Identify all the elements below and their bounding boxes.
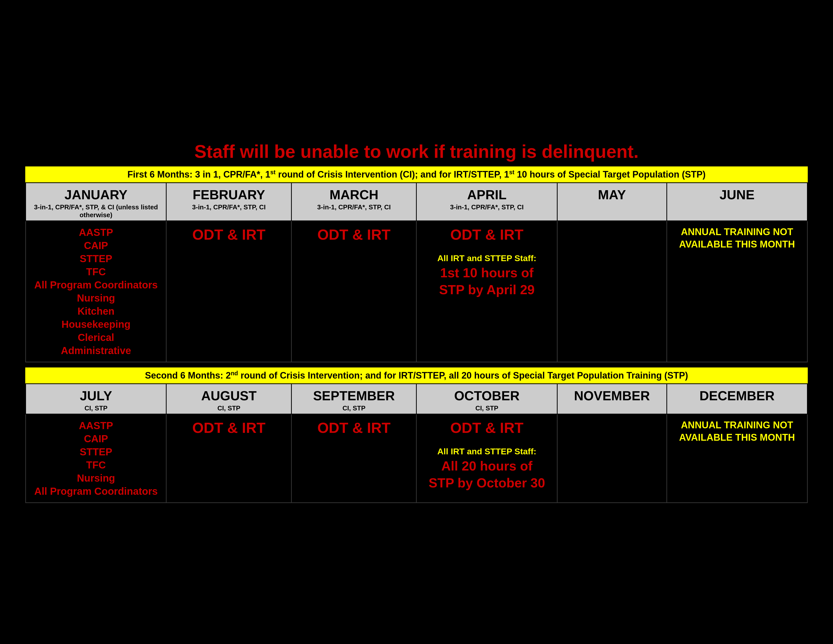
jan-clerical: Clerical — [29, 331, 163, 344]
april-cell: ODT & IRT All IRT and STTEP Staff: 1st 1… — [416, 221, 557, 362]
mar-training: ODT & IRT — [294, 226, 414, 243]
july-sub: CI, STP — [29, 404, 163, 412]
november-cell — [557, 414, 667, 502]
september-label: SEPTEMBER — [313, 388, 395, 403]
may-label: MAY — [598, 187, 626, 202]
august-sub: CI, STP — [169, 404, 288, 412]
apr-training: ODT & IRT — [419, 226, 554, 243]
october-label: OCTOBER — [454, 388, 519, 403]
col-february: FEBRUARY 3-in-1, CPR/FA*, STP, CI — [166, 183, 291, 221]
jan-coordinators: All Program Coordinators — [29, 278, 163, 291]
second-half-banner-wrapper: Second 6 Months: 2nd round of Crisis Int… — [25, 367, 808, 503]
col-september: SEPTEMBER CI, STP — [291, 384, 416, 414]
jan-administrative: Administrative — [29, 344, 163, 357]
february-cell: ODT & IRT — [166, 221, 291, 362]
col-december: DECEMBER — [667, 384, 807, 414]
july-label: JULY — [80, 388, 112, 403]
jul-tfc: TFC — [29, 458, 163, 472]
may-cell — [557, 221, 667, 362]
march-sub: 3-in-1, CPR/FA*, STP, CI — [294, 203, 414, 211]
jul-nursing: Nursing — [29, 472, 163, 485]
oct-note-line3: STP by October 30 — [419, 475, 554, 492]
jul-aastp: AASTP — [29, 419, 163, 432]
september-sub: CI, STP — [294, 404, 414, 412]
january-sub: 3-in-1, CPR/FA*, STP, & CI (unless liste… — [29, 203, 163, 219]
dec-annual-msg: ANNUAL TRAINING NOT AVAILABLE THIS MONTH — [670, 419, 804, 444]
second-half-banner: Second 6 Months: 2nd round of Crisis Int… — [25, 367, 808, 383]
jul-coordinators: All Program Coordinators — [29, 485, 163, 498]
june-cell: ANNUAL TRAINING NOT AVAILABLE THIS MONTH — [667, 221, 807, 362]
jan-housekeeping: Housekeeping — [29, 318, 163, 331]
first-half-table: JANUARY 3-in-1, CPR/FA*, STP, & CI (unle… — [25, 182, 808, 362]
january-cell: AASTP CAIP STTEP TFC All Program Coordin… — [26, 221, 166, 362]
september-cell: ODT & IRT — [291, 414, 416, 502]
second-half-table: JULY CI, STP AUGUST CI, STP SEPTEMBER CI… — [25, 383, 808, 503]
jan-caip: CAIP — [29, 239, 163, 252]
december-cell: ANNUAL TRAINING NOT AVAILABLE THIS MONTH — [667, 414, 807, 502]
march-cell: ODT & IRT — [291, 221, 416, 362]
col-june: JUNE — [667, 183, 807, 221]
second-half-body-row: AASTP CAIP STTEP TFC Nursing All Program… — [26, 414, 807, 502]
november-label: NOVEMBER — [574, 388, 650, 403]
december-label: DECEMBER — [700, 388, 775, 403]
col-october: OCTOBER CI, STP — [416, 384, 557, 414]
june-annual-msg: ANNUAL TRAINING NOT AVAILABLE THIS MONTH — [670, 226, 804, 251]
first-half-banner: First 6 Months: 3 in 1, CPR/FA*, 1st rou… — [25, 166, 808, 182]
jan-tfc: TFC — [29, 265, 163, 278]
col-march: MARCH 3-in-1, CPR/FA*, STP, CI — [291, 183, 416, 221]
col-april: APRIL 3-in-1, CPR/FA*, STP, CI — [416, 183, 557, 221]
april-label: APRIL — [467, 187, 507, 202]
august-label: AUGUST — [201, 388, 257, 403]
first-half-body-row: AASTP CAIP STTEP TFC All Program Coordin… — [26, 221, 807, 362]
col-january: JANUARY 3-in-1, CPR/FA*, STP, & CI (unle… — [26, 183, 166, 221]
february-sub: 3-in-1, CPR/FA*, STP, CI — [169, 203, 288, 211]
page: Staff will be unable to work if training… — [0, 0, 833, 644]
jan-sttep: STTEP — [29, 252, 163, 265]
first-half-header-row: JANUARY 3-in-1, CPR/FA*, STP, & CI (unle… — [26, 183, 807, 221]
main-title: Staff will be unable to work if training… — [195, 141, 638, 162]
february-label: FEBRUARY — [193, 187, 265, 202]
col-may: MAY — [557, 183, 667, 221]
oct-note-line2: All 20 hours of — [419, 457, 554, 475]
col-august: AUGUST CI, STP — [166, 384, 291, 414]
august-cell: ODT & IRT — [166, 414, 291, 502]
apr-note-label: All IRT and STTEP Staff: — [419, 252, 554, 264]
col-july: JULY CI, STP — [26, 384, 166, 414]
april-sub: 3-in-1, CPR/FA*, STP, CI — [419, 203, 554, 211]
jul-sttep: STTEP — [29, 445, 163, 458]
july-cell: AASTP CAIP STTEP TFC Nursing All Program… — [26, 414, 166, 502]
jan-aastp: AASTP — [29, 226, 163, 239]
jul-caip: CAIP — [29, 432, 163, 445]
oct-training: ODT & IRT — [419, 419, 554, 437]
apr-note-line2: 1st 10 hours of — [419, 264, 554, 282]
feb-training: ODT & IRT — [169, 226, 288, 243]
oct-note-label: All IRT and STTEP Staff: — [419, 446, 554, 457]
apr-note-line3: STP by April 29 — [419, 281, 554, 298]
march-label: MARCH — [330, 187, 378, 202]
october-cell: ODT & IRT All IRT and STTEP Staff: All 2… — [416, 414, 557, 502]
first-half-banner-wrapper: First 6 Months: 3 in 1, CPR/FA*, 1st rou… — [25, 166, 808, 362]
second-half-header-row: JULY CI, STP AUGUST CI, STP SEPTEMBER CI… — [26, 384, 807, 414]
october-sub: CI, STP — [419, 404, 554, 412]
january-label: JANUARY — [64, 187, 127, 202]
jan-nursing: Nursing — [29, 291, 163, 304]
june-label: JUNE — [719, 187, 754, 202]
aug-training: ODT & IRT — [169, 419, 288, 437]
sep-training: ODT & IRT — [294, 419, 414, 437]
jan-kitchen: Kitchen — [29, 304, 163, 318]
col-november: NOVEMBER — [557, 384, 667, 414]
